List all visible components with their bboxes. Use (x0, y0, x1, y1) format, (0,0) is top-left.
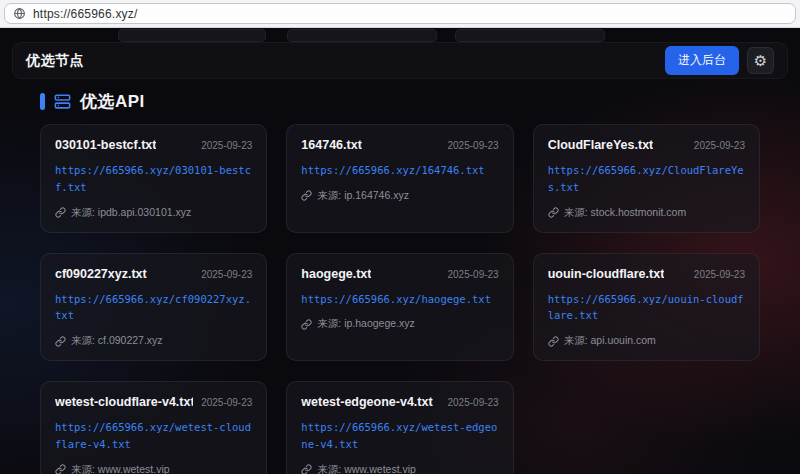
card-title: wetest-edgeone-v4.txt (301, 395, 432, 409)
link-icon (55, 207, 66, 218)
header-actions: 进入后台 ⚙ (665, 46, 774, 75)
settings-button[interactable]: ⚙ (747, 47, 774, 74)
api-card: CloudFlareYes.txt 2025-09-23 https://665… (533, 124, 760, 233)
card-title: CloudFlareYes.txt (548, 138, 654, 152)
link-icon (55, 336, 66, 347)
api-card: wetest-cloudflare-v4.txt 2025-09-23 http… (40, 381, 267, 474)
card-link[interactable]: https://665966.xyz/030101-bestcf.txt (55, 162, 252, 196)
card-title: 164746.txt (301, 138, 361, 152)
page-header: 优选节点 进入后台 ⚙ (12, 42, 788, 79)
card-date: 2025-09-23 (448, 397, 499, 408)
card-source: 来源: cf.090227.xyz (71, 334, 163, 348)
card-source: 来源: ipdb.api.030101.xyz (71, 206, 191, 220)
card-date: 2025-09-23 (201, 269, 252, 280)
card-date: 2025-09-23 (448, 269, 499, 280)
card-source: 来源: www.wetest.vip (71, 463, 170, 474)
section-title: 优选API (80, 90, 145, 113)
card-source: 来源: www.wetest.vip (317, 463, 416, 474)
card-link[interactable]: https://665966.xyz/haogege.txt (301, 291, 498, 308)
site-info-icon[interactable] (13, 7, 26, 20)
card-title: 030101-bestcf.txt (55, 138, 156, 152)
accent-bar (40, 93, 45, 110)
link-icon (548, 336, 559, 347)
card-title: uouin-cloudflare.txt (548, 267, 665, 281)
card-link[interactable]: https://665966.xyz/164746.txt (301, 162, 498, 179)
url-bar[interactable]: https://665966.xyz/ (4, 3, 796, 24)
api-card: 030101-bestcf.txt 2025-09-23 https://665… (40, 124, 267, 233)
url-text[interactable]: https://665966.xyz/ (33, 7, 138, 21)
card-link[interactable]: https://665966.xyz/wetest-edgeone-v4.txt (301, 419, 498, 453)
page-title: 优选节点 (26, 52, 84, 70)
api-card: 164746.txt 2025-09-23 https://665966.xyz… (286, 124, 513, 233)
card-date: 2025-09-23 (694, 269, 745, 280)
page-content: 优选节点 进入后台 ⚙ 优选API 030101-bestcf.txt 2025… (0, 28, 800, 474)
browser-bar: https://665966.xyz/ (0, 0, 800, 28)
gear-icon: ⚙ (754, 53, 767, 68)
cutoff-card-stub (287, 29, 437, 42)
api-card: cf090227xyz.txt 2025-09-23 https://66596… (40, 253, 267, 362)
card-link[interactable]: https://665966.xyz/wetest-cloudflare-v4.… (55, 419, 252, 453)
cutoff-card-stub (118, 29, 266, 42)
api-card: haogege.txt 2025-09-23 https://665966.xy… (286, 253, 513, 362)
card-date: 2025-09-23 (201, 397, 252, 408)
cutoff-card-stub (455, 29, 605, 42)
admin-button[interactable]: 进入后台 (665, 46, 739, 75)
card-title: haogege.txt (301, 267, 371, 281)
card-title: cf090227xyz.txt (55, 267, 147, 281)
api-card-grid: 030101-bestcf.txt 2025-09-23 https://665… (40, 124, 760, 474)
card-link[interactable]: https://665966.xyz/cf090227xyz.txt (55, 291, 252, 325)
link-icon (548, 207, 559, 218)
card-link[interactable]: https://665966.xyz/uouin-cloudflare.txt (548, 291, 745, 325)
link-icon (301, 190, 312, 201)
card-source: 来源: ip.haogege.xyz (317, 317, 414, 331)
link-icon (301, 464, 312, 474)
server-stack-icon (53, 92, 72, 111)
api-card: uouin-cloudflare.txt 2025-09-23 https://… (533, 253, 760, 362)
section-head: 优选API (40, 90, 145, 113)
card-link[interactable]: https://665966.xyz/CloudFlareYes.txt (548, 162, 745, 196)
card-date: 2025-09-23 (448, 140, 499, 151)
card-source: 来源: stock.hostmonit.com (564, 206, 687, 220)
api-card: wetest-edgeone-v4.txt 2025-09-23 https:/… (286, 381, 513, 474)
link-icon (55, 464, 66, 474)
link-icon (301, 319, 312, 330)
card-date: 2025-09-23 (201, 140, 252, 151)
card-source: 来源: ip.164746.xyz (317, 189, 409, 203)
card-source: 来源: api.uouin.com (564, 334, 656, 348)
card-title: wetest-cloudflare-v4.txt (55, 395, 193, 409)
card-date: 2025-09-23 (694, 140, 745, 151)
